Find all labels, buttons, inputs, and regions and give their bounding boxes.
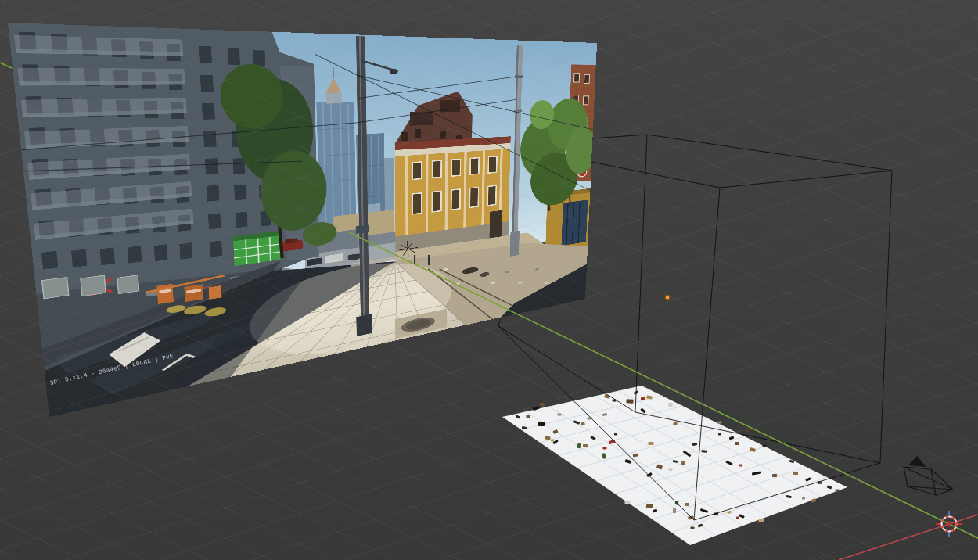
origin-dot <box>666 296 670 300</box>
loot-item <box>701 450 707 453</box>
loot-item <box>625 501 631 504</box>
loot-item <box>759 519 764 522</box>
loot-item <box>763 445 767 447</box>
loot-item <box>685 503 689 506</box>
loot-item <box>614 433 617 436</box>
loot-item <box>583 444 588 447</box>
loot-item <box>558 414 562 416</box>
loot-item <box>538 422 545 426</box>
loot-item <box>746 429 750 432</box>
loot-item <box>793 472 798 475</box>
loot-plane[interactable] <box>502 386 847 545</box>
loot-item <box>539 402 545 407</box>
viewport-canvas[interactable]: SPT 3.11.4 - 26a4e9 | LOCAL | PvE <box>0 0 978 560</box>
3d-cursor-icon <box>936 511 962 537</box>
loot-item <box>718 433 721 436</box>
loot-item <box>717 421 721 424</box>
loot-item <box>669 403 673 407</box>
loot-item <box>669 468 673 471</box>
loot-item <box>527 415 530 418</box>
loot-item <box>681 461 685 465</box>
loot-item <box>602 453 606 458</box>
loot-item <box>551 440 554 442</box>
loot-item <box>735 442 739 445</box>
loot-item <box>674 422 678 425</box>
loot-item <box>739 465 742 467</box>
loot-item <box>691 527 695 529</box>
loot-item <box>802 497 805 500</box>
loot-item <box>736 517 739 519</box>
loot-item <box>581 422 585 426</box>
loot-item <box>836 490 840 492</box>
scene-objects <box>0 0 978 560</box>
camera-gizmo[interactable] <box>904 456 953 495</box>
loot-item <box>673 508 676 513</box>
loot-item <box>649 442 654 445</box>
loot-item <box>772 474 777 477</box>
loot-item <box>626 399 633 404</box>
loot-item <box>641 397 645 400</box>
loot-item <box>603 447 607 450</box>
